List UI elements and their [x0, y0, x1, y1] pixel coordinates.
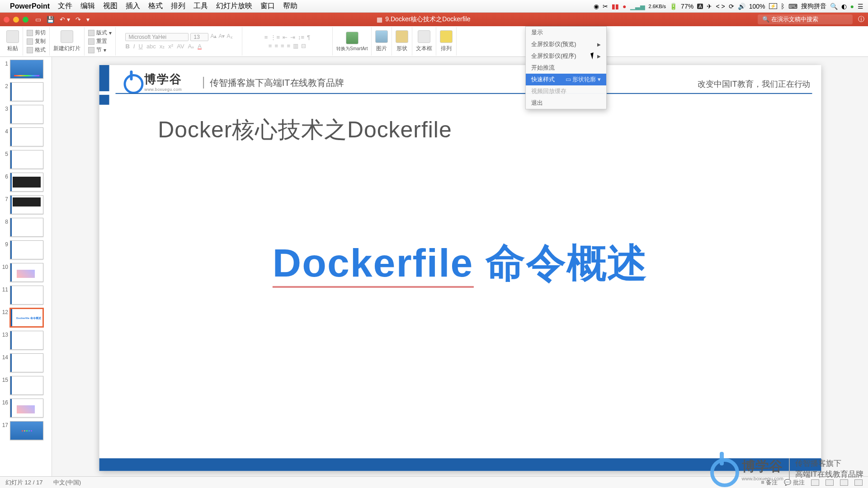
- wechat-icon[interactable]: ●: [850, 3, 854, 10]
- ime-icon[interactable]: ⌨: [788, 3, 797, 10]
- sync-icon[interactable]: ⟳: [729, 3, 734, 10]
- format-button[interactable]: 格式: [27, 46, 46, 54]
- smartart-icon[interactable]: [346, 32, 359, 44]
- menu-view[interactable]: 视图: [103, 1, 118, 11]
- menu-window[interactable]: 窗口: [260, 1, 275, 11]
- thumb-4[interactable]: [10, 127, 43, 146]
- battery-icon[interactable]: 🔋: [670, 3, 677, 10]
- shrink-font-icon[interactable]: A▾: [218, 33, 225, 41]
- search-input[interactable]: 🔍 在演示文稿中搜索: [758, 14, 853, 24]
- linespace-icon[interactable]: ↕≡: [298, 34, 304, 41]
- thumb-6[interactable]: [10, 173, 43, 192]
- clear-format-icon[interactable]: Aᵪ: [227, 33, 232, 41]
- align-right-icon[interactable]: ≡: [281, 42, 284, 49]
- thumb-16[interactable]: [10, 399, 43, 418]
- paste-icon[interactable]: [6, 30, 19, 43]
- close-button[interactable]: [4, 17, 9, 23]
- thumb-5[interactable]: [10, 150, 43, 169]
- qat-more-icon[interactable]: ▾: [86, 16, 90, 23]
- textbox-icon[interactable]: [418, 30, 430, 43]
- pause-icon[interactable]: ▮▮: [612, 3, 619, 10]
- slide-area[interactable]: 博学谷 www.boxuegu.com 传智播客旗下高端IT在线教育品牌 改变中…: [52, 57, 868, 476]
- thumb-11[interactable]: [10, 286, 43, 305]
- menu-arrange[interactable]: 排列: [171, 1, 185, 11]
- dd-exit[interactable]: 退出: [526, 97, 606, 109]
- menu-slideshow[interactable]: 幻灯片放映: [216, 1, 252, 11]
- cut-button[interactable]: 剪切: [27, 29, 46, 37]
- thumb-2[interactable]: [10, 82, 43, 101]
- sup-icon[interactable]: x²: [168, 43, 173, 50]
- thumb-17[interactable]: [10, 421, 43, 440]
- numbering-icon[interactable]: ⋮≡: [270, 34, 280, 41]
- thumb-10[interactable]: [10, 263, 43, 282]
- ime-label[interactable]: 搜狗拼音: [801, 2, 826, 10]
- highlight-icon[interactable]: Aₐ: [188, 43, 194, 50]
- scissors-icon[interactable]: ✂: [603, 3, 608, 10]
- direction-icon[interactable]: ¶: [307, 34, 310, 41]
- bold-icon[interactable]: B: [125, 43, 129, 50]
- bt-icon[interactable]: ᛒ: [781, 2, 785, 10]
- slide-main-title[interactable]: Dockerfile 命令概述: [99, 236, 821, 290]
- a-icon[interactable]: A: [697, 4, 703, 9]
- dd-display[interactable]: 显示: [526, 27, 606, 38]
- minimize-button[interactable]: [13, 17, 19, 23]
- shapes-icon[interactable]: [396, 30, 408, 43]
- dd-fullscreen-preview[interactable]: 全屏投影仪(预览)▶: [526, 38, 606, 50]
- align-text-icon[interactable]: ⊟: [301, 42, 306, 49]
- thumb-7[interactable]: [10, 195, 43, 214]
- charge-icon[interactable]: ⚡: [769, 3, 777, 9]
- graph-icon[interactable]: ▁▃▅: [630, 3, 645, 10]
- align-left-icon[interactable]: ≡: [269, 42, 272, 49]
- font-color-icon[interactable]: A: [198, 43, 202, 50]
- app-name[interactable]: PowerPoint: [10, 2, 50, 10]
- align-center-icon[interactable]: ≡: [274, 42, 278, 49]
- thumb-15[interactable]: [10, 376, 43, 395]
- dd-fullscreen-program[interactable]: 全屏投影仪(程序)▶: [526, 50, 606, 62]
- italic-icon[interactable]: I: [133, 43, 135, 50]
- font-select[interactable]: Microsoft YaHei: [125, 33, 189, 41]
- bullets-icon[interactable]: ≡: [264, 34, 268, 41]
- notif-icon[interactable]: ☰: [858, 3, 863, 10]
- menu-tools[interactable]: 工具: [193, 1, 208, 11]
- menu-edit[interactable]: 编辑: [80, 1, 95, 11]
- thumb-9[interactable]: [10, 240, 43, 259]
- section-button[interactable]: 节 ▾: [88, 46, 106, 54]
- slide-canvas[interactable]: 博学谷 www.boxuegu.com 传智播客旗下高端IT在线教育品牌 改变中…: [99, 65, 821, 471]
- size-select[interactable]: 13: [190, 33, 208, 41]
- thumb-14[interactable]: [10, 353, 43, 372]
- layout-button[interactable]: 版式 ▾: [88, 29, 112, 37]
- dd-quickstyle[interactable]: 快速样式▭ 形状轮廓 ▾: [526, 74, 606, 85]
- spacing-icon[interactable]: AV: [177, 43, 184, 50]
- thumb-8[interactable]: [10, 218, 43, 237]
- code-icon[interactable]: < >: [716, 3, 725, 10]
- presenter-icon[interactable]: ▭: [35, 16, 41, 23]
- picture-icon[interactable]: [375, 30, 388, 43]
- help-icon[interactable]: ⓘ: [858, 15, 864, 23]
- redo-icon[interactable]: ↷: [75, 16, 81, 23]
- zoom-button[interactable]: [23, 17, 28, 23]
- paperplane-icon[interactable]: ✈: [707, 3, 712, 10]
- columns-icon[interactable]: ▥: [293, 42, 298, 49]
- volume-icon[interactable]: 🔊: [738, 3, 745, 10]
- new-slide-icon[interactable]: [61, 30, 73, 43]
- sub-icon[interactable]: x₂: [160, 43, 165, 50]
- rec-icon[interactable]: ●: [623, 3, 626, 10]
- save-icon[interactable]: 💾: [47, 16, 54, 23]
- menu-insert[interactable]: 插入: [126, 1, 140, 11]
- outdent-icon[interactable]: ⇤: [283, 34, 288, 41]
- arrange-icon[interactable]: [440, 30, 453, 43]
- strike-icon[interactable]: abc: [146, 43, 156, 50]
- undo-icon[interactable]: ↶ ▾: [60, 16, 70, 23]
- spotlight-icon[interactable]: 🔍: [830, 3, 838, 10]
- menu-help[interactable]: 帮助: [283, 1, 297, 11]
- slide-subtitle[interactable]: Docker核心技术之Dockerfile: [158, 115, 452, 145]
- dd-start-stream[interactable]: 开始推流: [526, 62, 606, 74]
- grow-font-icon[interactable]: A▴: [210, 33, 217, 41]
- justify-icon[interactable]: ≡: [287, 42, 291, 49]
- indent-icon[interactable]: ⇥: [290, 34, 295, 41]
- thumb-13[interactable]: [10, 331, 43, 350]
- thumb-12[interactable]: Dockerfile 命令概述: [10, 308, 43, 327]
- thumb-1[interactable]: [10, 60, 43, 79]
- reset-button[interactable]: 重置: [88, 38, 107, 45]
- obs-icon[interactable]: ◉: [594, 3, 599, 10]
